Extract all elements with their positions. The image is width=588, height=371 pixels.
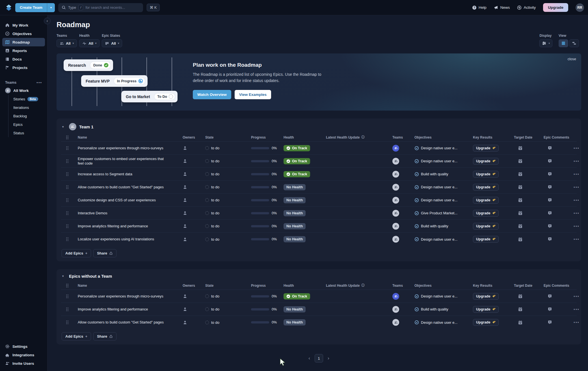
create-team-caret[interactable]: ▾ [47,3,55,12]
owners-cell[interactable] [183,146,205,150]
epic-row[interactable]: Localize user experiences using AI trans… [61,233,577,246]
row-more-menu[interactable]: ••• [571,237,580,241]
row-more-menu[interactable]: ••• [571,320,580,325]
health-badge[interactable]: On Track [284,158,310,164]
add-epics-button[interactable]: Add Epics+ [62,249,91,257]
key-results-upgrade-chip[interactable]: Upgrade ✦✦ [473,236,499,243]
row-more-menu[interactable]: ••• [571,307,580,312]
sidebar-item-reports[interactable]: Reports [2,46,45,55]
section-collapse-chevron-icon[interactable]: ▾ [62,274,66,278]
drag-handle-icon[interactable] [61,146,74,150]
key-results-upgrade-chip[interactable]: Upgrade ✦✦ [473,293,499,300]
teams-more-button[interactable]: ••• [36,80,42,85]
state-cell[interactable]: to do [205,185,251,189]
objective-cell[interactable]: Design native user e... [414,159,473,163]
epic-name[interactable]: Customize design and CSS of user experie… [74,196,175,204]
epic-name[interactable]: Interactive Demos [74,209,175,217]
sidebar-item-stories[interactable]: Stories Beta [13,95,47,103]
teams-cell[interactable] [392,184,414,191]
upgrade-button[interactable]: Upgrade [543,3,568,12]
epic-comments-cell[interactable] [544,320,571,325]
drag-handle-icon[interactable] [61,159,74,163]
drag-handle-icon[interactable] [61,211,74,215]
state-cell[interactable]: to do [205,294,251,298]
epic-name[interactable]: Allow customers to build custom "Get Sta… [74,183,175,191]
target-date-cell[interactable] [514,146,544,150]
state-cell[interactable]: to do [205,172,251,176]
teams-cell[interactable] [392,171,414,178]
epic-comments-cell[interactable] [544,224,571,228]
sidebar-item-epics[interactable]: Epics [13,120,47,129]
sidebar-item-my-work[interactable]: My Work [2,21,45,29]
key-results-upgrade-chip[interactable]: Upgrade ✦✦ [473,210,499,217]
drag-handle-icon[interactable] [61,237,74,241]
owners-cell[interactable] [183,198,205,202]
key-results-upgrade-chip[interactable]: Upgrade ✦✦ [473,319,499,326]
objective-cell[interactable]: Design native user e... [414,185,473,189]
epic-name[interactable]: Increase access to Segment data [74,170,175,178]
epic-name[interactable]: Personalize user experiences through mic… [74,292,175,300]
row-more-menu[interactable]: ••• [571,211,580,215]
target-date-cell[interactable] [514,294,544,299]
state-cell[interactable]: to do [205,320,251,325]
target-date-cell[interactable] [514,211,544,215]
drag-handle-icon[interactable] [61,294,74,298]
sidebar-item-iterations[interactable]: Iterations [13,103,47,112]
teams-cell[interactable] [392,223,414,230]
epic-states-filter-dropdown[interactable]: All ▾ [102,39,122,47]
owners-cell[interactable] [183,185,205,189]
state-cell[interactable]: to do [205,224,251,228]
teams-cell[interactable] [392,145,414,152]
drag-handle-icon[interactable] [61,224,74,228]
owners-cell[interactable] [183,307,205,312]
section-collapse-chevron-icon[interactable]: ▾ [62,125,66,129]
epic-name[interactable]: Improve analytics filtering and performa… [74,222,175,230]
epic-name[interactable]: Localize user experiences using AI trans… [74,235,175,243]
sidebar-item-integrations[interactable]: Integrations [2,351,45,359]
view-examples-button[interactable]: View Examples [235,90,271,99]
epic-name[interactable]: Allow customers to build custom "Get Sta… [74,318,175,326]
search-input[interactable]: Type / for search and recents... [58,3,143,12]
epic-row[interactable]: Interactive Demos to do 0% No Health [61,207,577,220]
owners-cell[interactable] [183,159,205,163]
key-results-upgrade-chip[interactable]: Upgrade ✦✦ [473,145,499,152]
epic-comments-cell[interactable] [544,185,571,189]
drag-handle-icon[interactable] [61,198,74,202]
health-badge[interactable]: No Health [284,236,306,242]
health-badge[interactable]: No Health [284,223,306,229]
watch-overview-button[interactable]: Watch Overview [193,90,231,99]
owners-cell[interactable] [183,237,205,242]
health-badge[interactable]: No Health [284,197,306,203]
previous-page-button[interactable]: ‹ [308,355,310,361]
add-epics-button[interactable]: Add Epics+ [62,332,91,340]
epic-row[interactable]: Improve analytics filtering and performa… [61,220,577,233]
sidebar-item-settings[interactable]: Settings [2,342,45,351]
user-avatar[interactable]: RR [576,3,584,12]
epic-row[interactable]: Allow customers to build custom "Get Sta… [61,316,577,329]
teams-cell[interactable] [392,210,414,217]
epic-row[interactable]: Allow customers to build custom "Get Sta… [61,181,577,194]
epic-comments-cell[interactable] [544,172,571,176]
objective-cell[interactable]: Design native user e... [414,198,473,202]
banner-close-button[interactable]: close [568,57,576,61]
teams-cell[interactable] [392,293,414,300]
sidebar-item-backlog[interactable]: Backlog [13,112,47,120]
target-date-cell[interactable] [514,172,544,176]
epic-row[interactable]: Increase access to Segment data to do 0%… [61,168,577,181]
objective-cell[interactable]: Give Product Market... [414,211,473,215]
health-badge[interactable]: On Track [284,145,310,151]
row-more-menu[interactable]: ••• [571,224,580,228]
drag-handle-icon[interactable] [61,185,74,189]
display-options-button[interactable]: ▾ [539,39,552,47]
owners-cell[interactable] [183,211,205,215]
share-button[interactable]: Share [93,249,116,257]
objective-cell[interactable]: Design native user e... [414,320,473,325]
owners-cell[interactable] [183,320,205,325]
target-date-cell[interactable] [514,224,544,228]
row-more-menu[interactable]: ••• [571,294,580,299]
objective-cell[interactable]: Design native user e... [414,237,473,241]
state-cell[interactable]: to do [205,146,251,150]
health-badge[interactable]: On Track [284,171,310,177]
state-cell[interactable]: to do [205,198,251,202]
health-badge[interactable]: No Health [284,319,306,325]
